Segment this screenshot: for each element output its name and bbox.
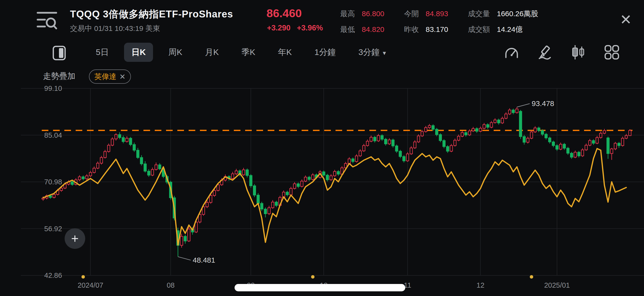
candle-body bbox=[71, 182, 74, 185]
candle-body bbox=[155, 165, 157, 170]
candle-body bbox=[136, 150, 139, 158]
candle-body bbox=[293, 184, 296, 189]
candle-body bbox=[417, 136, 420, 142]
candle-body bbox=[231, 174, 234, 178]
candle-body bbox=[421, 132, 424, 136]
candle-body bbox=[290, 189, 292, 195]
candle-body bbox=[356, 156, 358, 162]
candle-body bbox=[275, 202, 278, 205]
candle-body bbox=[516, 109, 518, 113]
candle-body bbox=[468, 131, 471, 135]
overlay-trend-line bbox=[43, 148, 626, 245]
candle-body bbox=[472, 129, 474, 131]
candle-body bbox=[457, 136, 460, 140]
candle-body bbox=[93, 168, 95, 173]
candle-body bbox=[629, 130, 631, 135]
candle-body bbox=[519, 111, 522, 136]
candle-body bbox=[494, 120, 496, 123]
candle-body bbox=[497, 120, 500, 123]
candle-body bbox=[242, 170, 245, 175]
annotation-leader-line bbox=[517, 104, 530, 107]
candle-body bbox=[89, 173, 92, 176]
candle-body bbox=[570, 153, 573, 157]
candle-body bbox=[505, 114, 507, 118]
candle-body bbox=[188, 229, 190, 241]
candle-body bbox=[78, 177, 81, 180]
candle-body bbox=[618, 143, 620, 146]
add-indicator-button[interactable]: + bbox=[64, 228, 85, 249]
candle-body bbox=[148, 171, 150, 175]
chart-horizontal-scrollbar[interactable] bbox=[234, 284, 405, 291]
candle-body bbox=[352, 159, 354, 162]
candle-body bbox=[403, 157, 405, 161]
candle-body bbox=[603, 131, 606, 133]
candle-body bbox=[388, 140, 390, 144]
candle-body bbox=[246, 170, 248, 176]
candle-body bbox=[567, 148, 569, 153]
candle-body bbox=[297, 184, 300, 187]
candle-body bbox=[268, 208, 270, 214]
x-axis-label: 12 bbox=[476, 281, 484, 289]
candle-body bbox=[337, 172, 340, 174]
candle-body bbox=[490, 123, 493, 127]
candle-body bbox=[122, 138, 124, 142]
event-dot-icon bbox=[530, 275, 533, 279]
candle-body bbox=[104, 151, 106, 157]
candle-body bbox=[140, 158, 143, 164]
annotation-leader-line bbox=[178, 257, 190, 260]
candle-body bbox=[374, 137, 376, 141]
candle-body bbox=[414, 142, 416, 148]
candle-body bbox=[512, 110, 514, 113]
candle-body bbox=[206, 203, 208, 207]
candle-body bbox=[184, 236, 186, 241]
candle-body bbox=[523, 136, 525, 142]
candle-body bbox=[377, 135, 380, 141]
candle-body bbox=[301, 181, 303, 187]
candle-body bbox=[213, 190, 216, 195]
candle-body bbox=[384, 139, 387, 144]
candle-body bbox=[158, 165, 161, 169]
candle-body bbox=[446, 147, 449, 151]
candle-body bbox=[585, 145, 588, 150]
candle-body bbox=[436, 129, 438, 135]
candle-body bbox=[600, 133, 602, 138]
candle-body bbox=[60, 188, 63, 190]
candle-body bbox=[115, 134, 117, 139]
candle-body bbox=[578, 152, 580, 156]
candle-body bbox=[592, 141, 595, 143]
candle-body bbox=[538, 128, 540, 131]
candle-body bbox=[607, 138, 609, 154]
candle-body bbox=[151, 170, 154, 175]
candle-body bbox=[53, 194, 55, 197]
candle-body bbox=[563, 144, 566, 148]
candle-body bbox=[479, 128, 482, 131]
candle-body bbox=[253, 186, 256, 195]
candle-body bbox=[581, 150, 584, 156]
candle-body bbox=[133, 145, 135, 150]
candle-body bbox=[432, 126, 434, 129]
candle-body bbox=[326, 175, 329, 180]
candle-body bbox=[144, 164, 146, 171]
candle-body bbox=[425, 128, 427, 132]
candle-body bbox=[556, 146, 558, 149]
candle-body bbox=[96, 163, 99, 168]
candle-body bbox=[622, 138, 624, 146]
candle-body bbox=[381, 135, 383, 139]
candle-body bbox=[308, 177, 310, 179]
candle-body bbox=[530, 132, 533, 138]
candle-body bbox=[552, 142, 554, 146]
y-axis-label: 42.86 bbox=[44, 272, 62, 279]
candle-body bbox=[610, 149, 613, 154]
candle-body bbox=[406, 154, 409, 161]
candle-body bbox=[428, 126, 430, 128]
candle-body bbox=[545, 134, 547, 138]
y-axis-label: 85.04 bbox=[44, 131, 62, 139]
candle-body bbox=[250, 176, 252, 186]
candlestick-chart[interactable]: 99.1085.0470.9856.9242.862024/0708091011… bbox=[0, 0, 644, 296]
x-axis-label: 2024/07 bbox=[78, 281, 104, 289]
candle-body bbox=[322, 172, 325, 175]
price-annotation: 93.478 bbox=[532, 99, 554, 107]
candle-body bbox=[126, 138, 128, 142]
y-axis-label: 99.10 bbox=[44, 84, 62, 92]
candle-body bbox=[111, 139, 114, 145]
